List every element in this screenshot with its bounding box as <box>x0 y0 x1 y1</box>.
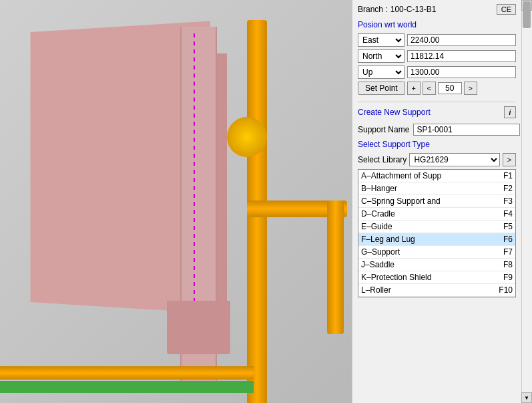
position-row-north: North East Up West South Down <box>358 49 516 63</box>
support-item-key: F10 <box>494 285 513 295</box>
support-list: A–Attachment of SuppF1B–HangerF2C–Spring… <box>358 170 515 297</box>
support-name-label: Support Name <box>358 125 409 134</box>
branch-value: 100-C-13-B1 <box>390 5 494 14</box>
support-item-key: F6 <box>494 235 513 244</box>
support-name-row: Support Name CE <box>358 124 516 136</box>
support-list-item[interactable]: E–GuideF5 <box>358 221 515 233</box>
scrollbar-track: ▲ ▼ <box>521 0 532 403</box>
info-button[interactable]: i <box>504 106 516 118</box>
position-row-east: East North Up West South Down <box>358 33 516 47</box>
support-item-key: F1 <box>494 171 513 180</box>
support-list-item[interactable]: J–SaddleF8 <box>358 259 515 271</box>
branch-row: Branch : 100-C-13-B1 CE <box>358 4 516 15</box>
pipe-fitting <box>227 117 267 157</box>
floor-pipe-yellow <box>0 366 254 380</box>
support-item-key: F3 <box>494 196 513 206</box>
support-list-item[interactable]: L–RollerF10 <box>358 284 515 297</box>
step-left-button[interactable]: < <box>423 82 436 95</box>
plus-button[interactable]: + <box>407 82 421 95</box>
direction-select-up[interactable]: Up East North West South Down <box>358 65 405 79</box>
panel-content: Branch : 100-C-13-B1 CE Posion wrt world… <box>352 0 532 403</box>
support-list-item[interactable]: G–SupportF7 <box>358 246 515 259</box>
library-label: Select Library <box>358 155 407 164</box>
support-list-container[interactable]: A–Attachment of SuppF1B–HangerF2C–Spring… <box>358 169 516 297</box>
step-input[interactable] <box>438 82 462 94</box>
setpoint-button[interactable]: Set Point <box>358 82 405 95</box>
library-nav-button[interactable]: > <box>503 153 516 166</box>
support-list-item[interactable]: C–Spring Support andF3 <box>358 195 515 208</box>
support-list-item[interactable]: F–Leg and LugF6 <box>358 233 515 246</box>
support-item-name: J–Saddle <box>361 260 494 269</box>
support-item-name: G–Support <box>361 247 494 257</box>
library-row: Select Library HG21629 > <box>358 153 516 166</box>
position-value-east[interactable] <box>407 34 516 46</box>
support-item-name: F–Leg and Lug <box>361 235 494 244</box>
support-list-item[interactable]: K–Protection ShieldF9 <box>358 271 515 284</box>
support-item-name: L–Roller <box>361 285 494 295</box>
support-item-key: F5 <box>494 222 513 231</box>
support-list-item[interactable]: A–Attachment of SuppF1 <box>358 170 515 182</box>
branch-ce-button[interactable]: CE <box>497 4 516 15</box>
right-panel: Branch : 100-C-13-B1 CE Posion wrt world… <box>352 0 532 403</box>
direction-select-north[interactable]: North East Up West South Down <box>358 49 405 63</box>
position-value-north[interactable] <box>407 50 516 62</box>
create-support-label: Create New Support <box>358 108 431 117</box>
support-item-name: C–Spring Support and <box>361 196 494 206</box>
support-item-name: A–Attachment of Supp <box>361 171 494 180</box>
column-base <box>167 301 230 354</box>
floor-pipe-green <box>0 381 254 393</box>
library-select[interactable]: HG21629 <box>409 153 500 166</box>
support-item-key: F9 <box>494 273 513 282</box>
scrollbar-down-arrow[interactable]: ▼ <box>521 392 532 403</box>
setpoint-row: Set Point + < > <box>358 82 516 95</box>
step-right-button[interactable]: > <box>464 82 477 95</box>
support-list-item[interactable]: D–CradleF4 <box>358 208 515 221</box>
support-item-key: F4 <box>494 209 513 219</box>
3d-viewport[interactable] <box>0 0 352 403</box>
branch-label: Branch : <box>358 5 388 14</box>
direction-select-east[interactable]: East North Up West South Down <box>358 33 405 47</box>
support-item-key: F7 <box>494 247 513 257</box>
position-value-up[interactable] <box>407 66 516 78</box>
support-item-key: F8 <box>494 260 513 269</box>
pipe-elbow-down <box>327 200 344 334</box>
support-item-name: E–Guide <box>361 222 494 231</box>
support-name-input[interactable] <box>413 124 520 136</box>
select-type-label: Select Support Type <box>358 140 516 149</box>
create-support-row: Create New Support i <box>358 102 516 118</box>
support-list-item[interactable]: B–HangerF2 <box>358 182 515 195</box>
support-item-key: F2 <box>494 184 513 193</box>
scrollbar-thumb[interactable] <box>523 1 531 28</box>
position-row-up: Up East North West South Down <box>358 65 516 79</box>
support-item-name: D–Cradle <box>361 209 494 219</box>
position-label: Posion wrt world <box>358 20 516 29</box>
support-item-name: B–Hanger <box>361 184 494 193</box>
support-item-name: K–Protection Shield <box>361 273 494 282</box>
